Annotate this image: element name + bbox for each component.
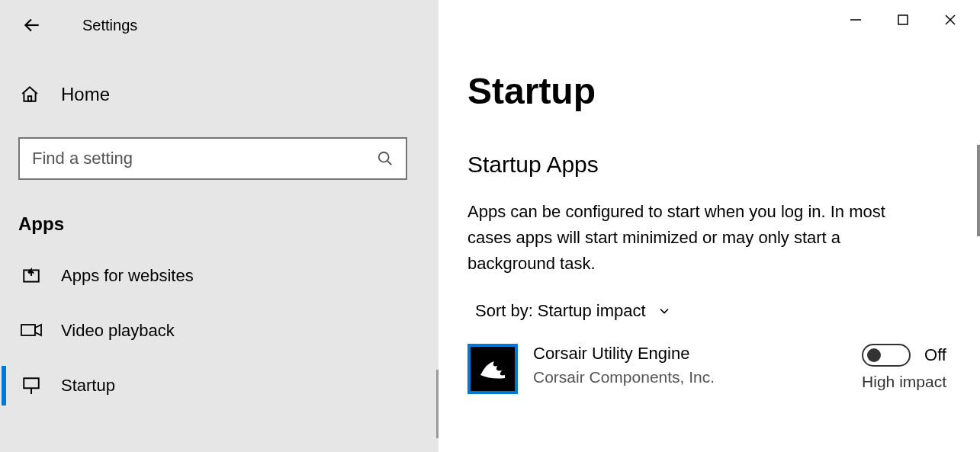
window-controls bbox=[832, 5, 974, 35]
startup-toggle[interactable] bbox=[862, 344, 911, 367]
window-title: Settings bbox=[82, 17, 137, 34]
sidebar-item-label: Apps for websites bbox=[61, 266, 194, 286]
sidebar-item-apps-for-websites[interactable]: Apps for websites bbox=[20, 248, 439, 303]
svg-point-2 bbox=[379, 152, 389, 162]
minimize-button[interactable] bbox=[832, 5, 879, 35]
close-icon bbox=[944, 14, 956, 26]
svg-marker-7 bbox=[35, 325, 41, 335]
sidebar-section-label: Apps bbox=[18, 213, 439, 235]
minimize-icon bbox=[850, 14, 862, 26]
close-button[interactable] bbox=[927, 5, 974, 35]
sidebar-home[interactable]: Home bbox=[20, 84, 439, 105]
page-title: Startup bbox=[468, 70, 980, 112]
home-icon bbox=[20, 85, 40, 104]
svg-rect-1 bbox=[28, 96, 31, 101]
open-in-app-icon bbox=[20, 266, 43, 286]
startup-app-row: Corsair Utility Engine Corsair Component… bbox=[468, 344, 980, 394]
sidebar-item-label: Video playback bbox=[61, 321, 175, 341]
search-input[interactable] bbox=[32, 149, 352, 168]
app-publisher: Corsair Components, Inc. bbox=[533, 368, 715, 386]
svg-rect-13 bbox=[898, 15, 908, 24]
sort-by-value: Startup impact bbox=[538, 301, 646, 321]
svg-line-3 bbox=[387, 161, 392, 165]
app-icon bbox=[468, 344, 518, 394]
back-button[interactable] bbox=[18, 11, 46, 39]
sort-by-label: Sort by: bbox=[475, 301, 533, 321]
section-description: Apps can be configured to start when you… bbox=[468, 199, 925, 277]
svg-rect-8 bbox=[24, 378, 39, 388]
sidebar-item-label: Startup bbox=[61, 376, 115, 396]
maximize-icon bbox=[897, 14, 909, 26]
sidebar-item-video-playback[interactable]: Video playback bbox=[20, 303, 439, 358]
maximize-button[interactable] bbox=[879, 5, 927, 35]
sidebar: Settings Home Apps bbox=[0, 0, 439, 452]
content-scrollbar[interactable] bbox=[977, 145, 980, 236]
sidebar-item-startup[interactable]: Startup bbox=[20, 358, 439, 413]
video-icon bbox=[20, 322, 43, 339]
toggle-state-label: Off bbox=[924, 345, 946, 365]
arrow-left-icon bbox=[22, 15, 42, 35]
app-name: Corsair Utility Engine bbox=[533, 344, 715, 364]
search-icon bbox=[377, 150, 394, 167]
search-box[interactable] bbox=[18, 137, 407, 180]
main-content: Startup Startup Apps Apps can be configu… bbox=[439, 0, 980, 452]
sort-by-control[interactable]: Sort by: Startup impact bbox=[475, 301, 980, 321]
sidebar-home-label: Home bbox=[61, 84, 110, 105]
section-heading: Startup Apps bbox=[468, 152, 980, 178]
startup-icon bbox=[20, 376, 43, 396]
svg-rect-6 bbox=[21, 325, 35, 335]
toggle-knob bbox=[867, 348, 881, 362]
corsair-logo-icon bbox=[476, 352, 509, 386]
impact-label: High impact bbox=[862, 373, 946, 391]
chevron-down-icon bbox=[657, 303, 672, 319]
